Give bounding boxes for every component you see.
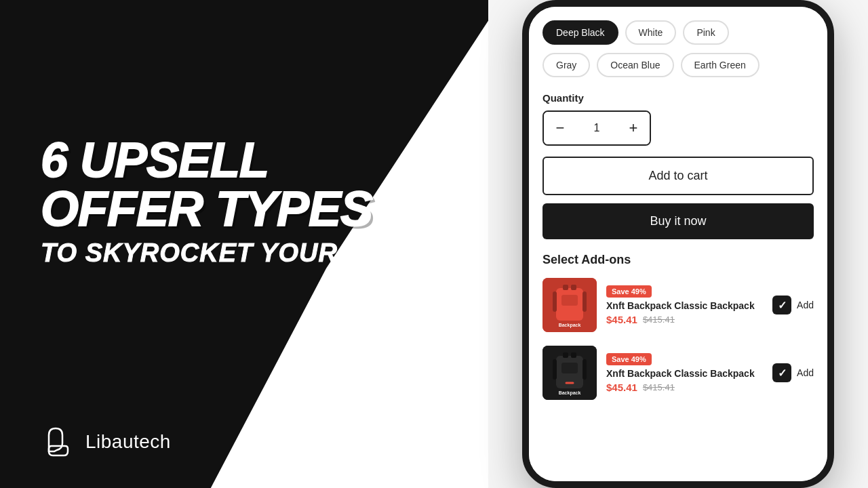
svg-rect-14 (583, 359, 587, 380)
price-new-1: $45.41 (606, 314, 637, 325)
add-label-1: Add (797, 300, 814, 310)
quantity-section: Quantity − 1 + (529, 92, 827, 157)
color-row-2: Gray Ocean Blue Earth Green (542, 53, 814, 77)
color-btn-pink[interactable]: Pink (683, 20, 728, 45)
color-btn-gray[interactable]: Gray (542, 53, 590, 77)
addon-prices-2: $45.41 $415.41 (606, 382, 763, 393)
addon-image-1: Backpack (542, 278, 597, 332)
svg-rect-11 (563, 352, 568, 358)
svg-text:Backpack: Backpack (559, 323, 581, 328)
color-row-1: Deep Black White Pink (542, 20, 814, 45)
quantity-control: − 1 + (542, 110, 651, 146)
headline-area: 6 UPSELL OFFER TYPES TO SKYROCKET YOUR S… (41, 136, 435, 268)
addons-title: Select Add-ons (542, 253, 814, 267)
svg-rect-12 (571, 352, 576, 358)
phone-mockup: Deep Black White Pink Gray Ocean Blue Ea… (522, 0, 834, 488)
headline-line2: OFFER TYPES (41, 184, 435, 233)
right-panel: Deep Black White Pink Gray Ocean Blue Ea… (488, 0, 868, 488)
save-badge-2: Save 49% (606, 353, 652, 365)
price-old-1: $415.41 (643, 314, 675, 325)
svg-rect-5 (553, 291, 557, 312)
checkbox-1[interactable]: ✓ (772, 296, 791, 314)
addon-info-1: Save 49% Xnft Backpack Classic Backpack … (606, 285, 763, 325)
addon-item-2: Backpack Save 49% Xnft Backpack Classic … (542, 346, 814, 400)
svg-rect-2 (561, 295, 578, 306)
addon-name-1: Xnft Backpack Classic Backpack (606, 300, 763, 311)
svg-rect-13 (553, 359, 557, 380)
checkbox-2[interactable]: ✓ (772, 363, 791, 382)
addon-check-2[interactable]: ✓ Add (772, 363, 814, 382)
headline-line1: 6 UPSELL (41, 136, 435, 184)
svg-rect-3 (563, 285, 568, 290)
logo-icon (41, 423, 76, 461)
phone-inner: Deep Black White Pink Gray Ocean Blue Ea… (529, 7, 827, 481)
color-btn-white[interactable]: White (625, 20, 677, 45)
subheadline: TO SKYROCKET YOUR SALES (41, 239, 435, 268)
svg-rect-10 (561, 363, 578, 373)
svg-text:Backpack: Backpack (559, 390, 581, 396)
checkmark-2: ✓ (778, 367, 787, 380)
addons-section: Select Add-ons Backpack (529, 253, 827, 400)
price-old-2: $415.41 (643, 382, 675, 392)
left-panel: 6 UPSELL OFFER TYPES TO SKYROCKET YOUR S… (0, 0, 502, 488)
svg-rect-4 (571, 285, 576, 290)
buy-it-now-button[interactable]: Buy it now (542, 203, 814, 239)
addon-check-1[interactable]: ✓ Add (772, 296, 814, 314)
save-badge-1: Save 49% (606, 285, 652, 298)
addon-item-1: Backpack Save 49% Xnft Backpack Classic … (542, 278, 814, 332)
addon-image-2: Backpack (542, 346, 597, 400)
add-to-cart-button[interactable]: Add to cart (542, 157, 814, 195)
logo-area: Libautech (41, 423, 171, 461)
checkmark-1: ✓ (778, 299, 787, 312)
color-btn-deep-black[interactable]: Deep Black (542, 20, 618, 45)
svg-rect-6 (583, 291, 587, 312)
color-btn-ocean-blue[interactable]: Ocean Blue (597, 53, 673, 77)
quantity-value: 1 (576, 122, 617, 134)
addon-info-2: Save 49% Xnft Backpack Classic Backpack … (606, 352, 763, 393)
color-options-section: Deep Black White Pink Gray Ocean Blue Ea… (529, 7, 827, 92)
quantity-label: Quantity (542, 92, 814, 104)
addon-prices-1: $45.41 $415.41 (606, 314, 763, 325)
logo-text: Libautech (85, 431, 171, 453)
quantity-plus-button[interactable]: + (617, 112, 650, 144)
quantity-minus-button[interactable]: − (544, 112, 576, 144)
color-btn-earth-green[interactable]: Earth Green (681, 53, 760, 77)
addon-name-2: Xnft Backpack Classic Backpack (606, 368, 763, 379)
add-label-2: Add (797, 367, 814, 378)
action-buttons: Add to cart Buy it now (529, 157, 827, 253)
price-new-2: $45.41 (606, 382, 637, 393)
